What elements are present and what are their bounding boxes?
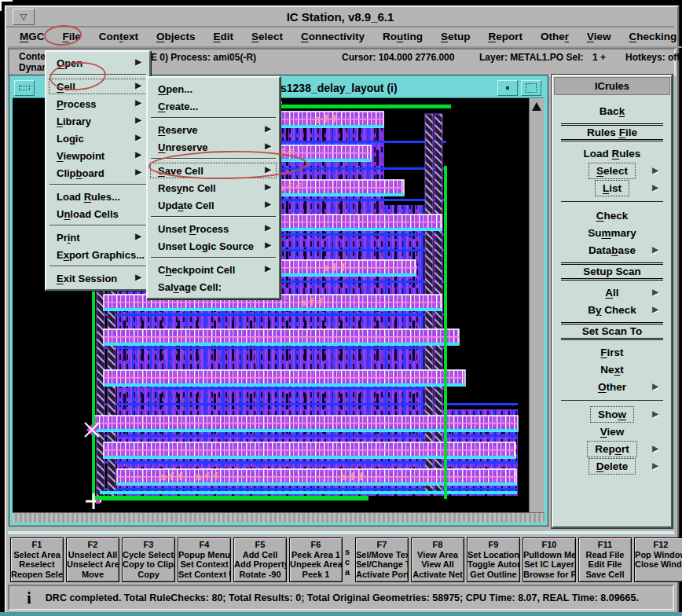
fkey-action-label: View Area: [412, 550, 464, 560]
fkey-action-label: Reopen Selection: [11, 570, 63, 580]
minimize-button[interactable]: [497, 80, 518, 96]
fkey-button-f12[interactable]: F12Pop WindowClose Window: [634, 537, 682, 582]
palette-button-check[interactable]: Check: [553, 207, 671, 224]
status-bar: i DRC completed. Total RuleChecks: 80; T…: [8, 585, 674, 610]
menubar-item-file[interactable]: File: [63, 31, 81, 42]
fkey-button-f9[interactable]: F9Set Location ModeToggle AutonotchGet O…: [467, 537, 520, 582]
file-menu-separator: [50, 225, 146, 226]
palette-button-load-rules[interactable]: Load Rules: [553, 145, 671, 162]
cell-menu-item-label: Resync Cell: [158, 182, 216, 194]
cell-menu-item-update-cell[interactable]: Update Cell▶: [149, 196, 277, 214]
fkey-button-f6[interactable]: F6Peek Area 1Unpeek AreaPeek 1: [289, 537, 343, 582]
file-menu-item-logic[interactable]: Logic▶: [48, 130, 148, 147]
menubar-item-edit[interactable]: Edit: [214, 31, 234, 42]
palette-button-other[interactable]: Other▶: [553, 378, 671, 395]
palette-button-label: View: [594, 425, 631, 438]
menubar-item-context[interactable]: Context: [99, 31, 138, 42]
window-menu-button[interactable]: ▽: [13, 9, 35, 25]
scroll-up-arrow-icon[interactable]: [532, 102, 541, 111]
layer-readout: Layer: METAL1.PO Sel:: [479, 52, 583, 63]
selection-count: 1 +: [592, 52, 606, 63]
file-menu-item-label: Unload Cells: [57, 208, 119, 220]
palette-button-all[interactable]: All▶: [553, 284, 671, 301]
hotkeys-status: Hotkeys: off: [625, 52, 680, 63]
file-menu-item-export-graphics[interactable]: Export Graphics...: [48, 246, 148, 263]
layout-window-menu-button[interactable]: [14, 80, 35, 96]
palette-button-by-check[interactable]: By Check▶: [553, 301, 671, 318]
fkey-button-f8[interactable]: F8View AreaView AllActivate Net: [411, 537, 464, 582]
file-menu-item-viewpoint[interactable]: Viewpoint▶: [48, 147, 148, 164]
submenu-arrow-icon: ▶: [652, 461, 658, 470]
palette-header-set-scan-to[interactable]: Set Scan To: [561, 322, 663, 340]
file-menu-item-load-rules[interactable]: Load Rules...: [48, 188, 148, 205]
maximize-button[interactable]: [521, 80, 541, 96]
fkey-action-label: Unpeek Area: [290, 559, 342, 570]
palette-button-show[interactable]: Show▶: [553, 405, 671, 423]
menubar-item-select[interactable]: Select: [251, 31, 283, 42]
cell-menu-item-checkpoint-cell[interactable]: Checkpoint Cell▶: [149, 261, 277, 278]
fkey-action-label: Popup Menu: [178, 550, 230, 560]
palette-button-view[interactable]: View: [553, 423, 671, 440]
file-menu-item-library[interactable]: Library▶: [48, 112, 148, 130]
palette-button-list[interactable]: List▶: [553, 179, 671, 196]
menubar-item-other[interactable]: Other: [541, 31, 569, 42]
palette-button-first[interactable]: First: [553, 343, 671, 361]
file-menu-item-exit-session[interactable]: Exit Session▶: [48, 270, 148, 287]
file-menu-item-print[interactable]: Print▶: [48, 229, 148, 246]
fkey-button-f11[interactable]: F11Read FileEdit FileSave Cell: [578, 537, 632, 582]
menubar-item-connectivity[interactable]: Connectivity: [301, 31, 365, 42]
palette-header-rules-file[interactable]: Rules File: [561, 123, 663, 141]
fkey-button-f7[interactable]: F7Sel/Move TextSel/Change TextActivate P…: [355, 537, 409, 582]
fkey-button-f4[interactable]: F4Popup MenuSet ContextSet Context Up: [178, 537, 231, 582]
menubar-item-report[interactable]: Report: [488, 31, 522, 42]
cell-menu-item-label: Checkpoint Cell: [158, 264, 235, 276]
submenu-arrow-icon: ▶: [265, 124, 271, 133]
cell-submenu: Open...Create...Reserve▶Unreserve▶Save C…: [146, 76, 280, 299]
file-menu-item-label: Load Rules...: [57, 191, 120, 203]
palette-separator: [561, 400, 663, 401]
menubar-item-setup[interactable]: Setup: [441, 31, 471, 42]
fkey-action-label: Cycle Selected: [123, 550, 174, 560]
horizontal-scrollbar[interactable]: [13, 512, 544, 522]
palette-button-select[interactable]: Select▶: [553, 162, 671, 179]
palette-button-label: Load Rules: [578, 147, 647, 160]
menubar-item-view[interactable]: View: [587, 31, 611, 42]
cell-menu-item-reserve[interactable]: Reserve▶: [149, 121, 277, 138]
cell-menu-item-save-cell[interactable]: Save Cell▶: [149, 162, 277, 179]
menubar-item-mgc[interactable]: MGC: [20, 31, 45, 42]
cell-menu-item-salvage-cell[interactable]: Salvage Cell:: [149, 278, 277, 295]
palette-button-summary[interactable]: Summary: [553, 224, 671, 241]
vertical-scrollbar[interactable]: [529, 98, 544, 512]
fkey-button-f3[interactable]: F3Cycle SelectedCopy to Clip/PasteCopy: [122, 537, 175, 582]
fkey-button-f1[interactable]: F1Select AreaReselectReopen Selection: [10, 537, 64, 582]
cell-menu-item-resync-cell[interactable]: Resync Cell▶: [149, 179, 277, 196]
fkey-button-f2[interactable]: F2Unselect AllUnselect AreaMove: [66, 537, 119, 582]
cell-menu-item-open[interactable]: Open...: [149, 80, 277, 97]
palette-button-back[interactable]: Back: [553, 102, 671, 119]
palette-button-label: List: [596, 182, 628, 195]
fkey-button-f5[interactable]: F5Add CellAdd Property TextRotate -90: [233, 537, 287, 582]
file-menu-item-clipboard[interactable]: Clipboard▶: [48, 164, 148, 182]
submenu-arrow-icon: ▶: [652, 305, 658, 314]
menubar-item-checking[interactable]: Checking: [629, 31, 676, 42]
palette-button-delete[interactable]: Delete▶: [553, 457, 671, 475]
menubar-item-objects[interactable]: Objects: [156, 31, 196, 42]
cell-menu-item-unset-logic-source[interactable]: Unset Logic Source▶: [149, 237, 277, 255]
file-menu-item-process[interactable]: Process▶: [48, 95, 148, 112]
palette-header-setup-scan[interactable]: Setup Scan: [561, 262, 663, 280]
palette-button-database[interactable]: Database▶: [553, 241, 671, 258]
cell-menu-item-label: Save Cell: [158, 165, 204, 177]
file-menu-item-cell[interactable]: Cell▶: [48, 78, 148, 95]
fkey-button-f10[interactable]: F10Pulldown MenuSet IC LayerBrowse for F…: [522, 537, 576, 582]
file-menu-item-open[interactable]: Open▶: [48, 54, 148, 72]
file-menu-item-unload-cells[interactable]: Unload Cells: [48, 205, 148, 222]
cell-menu-item-label: Reserve: [158, 124, 198, 136]
cell-menu-item-unreserve[interactable]: Unreserve▶: [149, 138, 277, 156]
cell-menu-item-create[interactable]: Create...: [149, 97, 277, 115]
palette-button-next[interactable]: Next: [553, 361, 671, 378]
palette-button-report[interactable]: Report▶: [553, 440, 671, 457]
fkey-action-label: Save Cell: [579, 570, 631, 580]
submenu-arrow-icon: ▶: [135, 116, 141, 124]
cell-menu-item-unset-process[interactable]: Unset Process▶: [149, 220, 277, 237]
menubar-item-routing[interactable]: Routing: [383, 31, 423, 42]
